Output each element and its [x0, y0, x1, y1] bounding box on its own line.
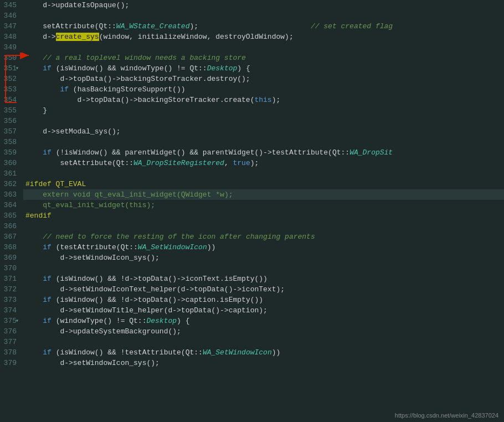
code-line: 355 }: [0, 105, 504, 116]
line-content: }: [23, 105, 504, 116]
token-plain: [25, 317, 43, 325]
line-number: 361: [0, 168, 23, 179]
code-line: 372 d->setWindowIconText_helper(d->topDa…: [0, 284, 504, 295]
token-plain: [25, 243, 43, 251]
token-plain: d->setModal_sys();: [25, 127, 121, 136]
token-cmt-plain: );: [146, 201, 155, 209]
token-plain: (isWindow() && !d->topData()->iconText.i…: [52, 275, 268, 283]
token-cmt: // need to force the resting of the icon…: [43, 233, 315, 241]
token-qt-italic: Desktop: [207, 64, 238, 73]
token-macro: #ifdef: [25, 180, 52, 188]
line-content: // a real toplevel window needs a backin…: [23, 53, 504, 63]
line-number: 377: [0, 337, 23, 347]
token-plain: [25, 233, 43, 241]
token-cmt-plain: qt_eval_init_widget(: [25, 201, 129, 209]
code-line: 347 setAttribute(Qt::WA_WState_Created);…: [0, 21, 504, 32]
code-line: 346: [0, 11, 504, 21]
token-plain: [25, 54, 43, 62]
token-plain: d->setWindowIconText_helper(d->topData()…: [25, 285, 285, 294]
line-number: 375: [0, 316, 23, 326]
token-kw: if: [60, 85, 69, 94]
code-line: 345 d->updateIsOpaque();: [0, 0, 504, 11]
line-number: 351: [0, 63, 23, 74]
line-content: d->setWindowIconText_helper(d->topData()…: [23, 284, 504, 295]
code-line: 364 qt_eval_init_widget(this);: [0, 200, 504, 210]
line-content: d->topData()->backingStoreTracker.create…: [23, 95, 504, 105]
token-plain: [25, 64, 43, 73]
token-plain: ) {: [177, 317, 189, 325]
code-line: 360 setAttribute(Qt::WA_DropSiteRegister…: [0, 158, 504, 168]
code-line: 348 d->create_sys(window, initializeWind…: [0, 32, 504, 42]
code-line: 358: [0, 137, 504, 147]
token-plain: [25, 191, 43, 199]
token-plain: ) {: [237, 64, 250, 73]
code-line: 379 d->setWindowIcon_sys();: [0, 358, 504, 368]
code-line: 353 if (hasBackingStoreSupport()): [0, 84, 504, 95]
code-line: 373 if (isWindow() && !d->topData()->cap…: [0, 295, 504, 305]
code-container: 345 d->updateIsOpaque();346347 setAttrib…: [0, 0, 504, 422]
line-content: ▾ if (windowType() != Qt::Desktop) {: [23, 316, 504, 326]
line-number: 366: [0, 221, 23, 231]
code-line: 349: [0, 42, 504, 53]
token-cmt: // set created flag: [311, 22, 393, 30]
line-number: 347: [0, 21, 23, 32]
line-number: 350: [0, 53, 23, 63]
code-line: 354 d->topData()->backingStoreTracker.cr…: [0, 95, 504, 105]
line-number: 372: [0, 284, 23, 295]
code-line: 359 if (!isWindow() && parentWidget() &&…: [0, 147, 504, 158]
line-content: setAttribute(Qt::WA_DropSiteRegistered, …: [23, 158, 504, 168]
code-line: 368 if (testAttribute(Qt::WA_SetWindowIc…: [0, 242, 504, 253]
code-line: 370: [0, 263, 504, 274]
token-plain: [25, 275, 43, 283]
token-plain: [25, 296, 43, 304]
line-number: 369: [0, 253, 23, 263]
token-plain: (isWindow() && windowType() != Qt::: [52, 64, 207, 73]
token-fn-highlight: create_sys: [56, 33, 99, 41]
line-number: 373: [0, 295, 23, 305]
token-qt-italic: WA_DropSiteRegistered: [133, 159, 224, 167]
code-line: 362#ifdef QT_EVAL: [0, 179, 504, 189]
token-plain: ,: [224, 159, 233, 167]
line-content: [23, 221, 504, 231]
line-number: 362: [0, 179, 23, 189]
code-line: 375▾ if (windowType() != Qt::Desktop) {: [0, 316, 504, 326]
code-line: 376 d->updateSystemBackground();: [0, 326, 504, 337]
line-number: 364: [0, 200, 23, 210]
line-number: 368: [0, 242, 23, 253]
code-line: 367 // need to force the resting of the …: [0, 231, 504, 242]
line-content: #ifdef QT_EVAL: [23, 179, 504, 189]
token-kw: this: [254, 96, 271, 104]
line-number: 365: [0, 210, 23, 221]
token-plain: d->setWindowIcon_sys();: [25, 254, 160, 262]
line-number: 354: [0, 95, 23, 105]
line-number: 355: [0, 105, 23, 116]
line-content: if (isWindow() && !d->topData()->caption…: [23, 295, 504, 305]
line-number: 376: [0, 326, 23, 337]
line-number: 358: [0, 137, 23, 147]
line-content: [23, 11, 504, 21]
code-line: 363 extern void qt_eval_init_widget(QWid…: [0, 189, 504, 200]
code-line: 352 d->topData()->backingStoreTracker.de…: [0, 74, 504, 84]
watermark: https://blog.csdn.net/weixin_42837024: [395, 412, 498, 419]
line-content: d->setWindowIcon_sys();: [23, 253, 504, 263]
token-plain: d->topData()->backingStoreTracker.destro…: [25, 75, 250, 83]
token-plain: d->setWindowTitle_helper(d->topData()->c…: [25, 306, 268, 315]
line-number: 378: [0, 347, 23, 358]
line-content: setAttribute(Qt::WA_WState_Created); // …: [23, 21, 504, 32]
token-kw: if: [43, 348, 52, 357]
token-plain: setAttribute(Qt::: [25, 22, 116, 30]
line-content: // need to force the resting of the icon…: [23, 231, 504, 242]
line-number: 363: [0, 189, 23, 200]
token-plain: d->setWindowIcon_sys();: [25, 359, 160, 367]
token-plain: d->updateIsOpaque();: [25, 1, 129, 9]
line-content: d->updateIsOpaque();: [23, 0, 504, 11]
code-line: 377: [0, 337, 504, 347]
code-line: 351▾ if (isWindow() && windowType() != Q…: [0, 63, 504, 74]
token-plain: setAttribute(Qt::: [25, 159, 133, 167]
line-content: [23, 337, 504, 347]
token-plain: );: [272, 96, 281, 104]
token-plain: )): [207, 243, 216, 251]
token-plain: (testAttribute(Qt::: [52, 243, 138, 251]
token-cmt-plain: void qt_eval_init_widget(QWidget *w);: [69, 191, 233, 199]
token-qt-italic: WA_SetWindowIcon: [203, 348, 272, 357]
